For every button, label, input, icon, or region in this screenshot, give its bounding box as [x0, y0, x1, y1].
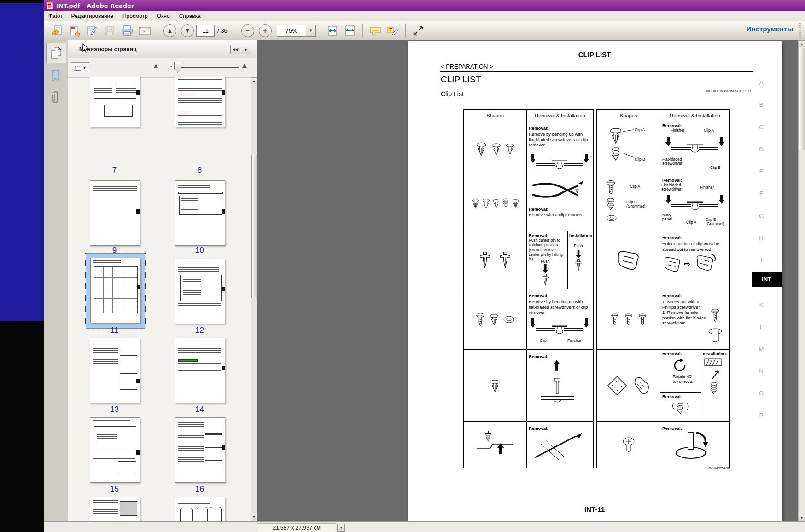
screw-icon: [638, 312, 647, 326]
index-tab-i: I: [757, 257, 766, 264]
leader-lines: [623, 129, 635, 159]
screw-clip-icon: [475, 312, 485, 326]
removal-text: Holder portion of clip must be spread ou…: [662, 241, 727, 252]
clip-a-label: Clip A: [686, 220, 696, 225]
document-scrollbar[interactable]: ▲ ▼: [798, 40, 805, 521]
index-tab-p: P: [757, 412, 766, 419]
print-button[interactable]: [119, 23, 135, 39]
scroll-up-arrow[interactable]: ▲: [799, 40, 805, 47]
thumbnail-page-15[interactable]: [90, 417, 140, 483]
menu-edit[interactable]: Редактирование: [67, 12, 118, 20]
index-tab-o: O: [757, 390, 766, 397]
thumbnail-size-slider-track[interactable]: [177, 67, 239, 68]
sub-divider: [567, 231, 568, 289]
thumbnail-options-button[interactable]: ▼: [71, 62, 89, 73]
thumbnail-page-10[interactable]: [175, 180, 225, 246]
menu-view[interactable]: Просмотр: [118, 12, 152, 20]
sign-button[interactable]: [84, 23, 100, 39]
scroll-up-arrow[interactable]: ▲: [251, 77, 257, 84]
window-titlebar[interactable]: INT.pdf - Adobe Reader: [44, 0, 805, 11]
tools-panel-link[interactable]: Инструменты: [747, 25, 793, 33]
previous-page-button[interactable]: ▲: [162, 23, 178, 39]
thumbnail-page-8[interactable]: [175, 77, 225, 127]
bookmark-icon: [51, 70, 61, 82]
thumbnail-number: 10: [175, 246, 224, 255]
page-thumbnails-tab[interactable]: [46, 43, 66, 63]
thumbnail-page-7[interactable]: [90, 77, 140, 127]
index-tab-n: N: [757, 368, 766, 375]
clip-shape-icon: [489, 312, 499, 326]
cross-section-illustration: [665, 192, 725, 213]
fullscreen-button[interactable]: [410, 23, 426, 39]
menu-file[interactable]: Файл: [44, 12, 67, 20]
comment-button[interactable]: [368, 23, 383, 39]
scroll-down-arrow[interactable]: ▼: [799, 515, 805, 521]
main-toolbar: ▲ ▼ / 36 − + 75% ▼: [44, 21, 805, 40]
slider-min-tick: -: [170, 64, 172, 69]
expand-panel-button[interactable]: ▶: [241, 45, 251, 54]
save-button[interactable]: [102, 23, 117, 39]
flat-bladed-screwdriver-label: Flat-bladed screwdriver: [661, 183, 685, 192]
figure-code: JMUIA3734GB: [665, 467, 730, 470]
thumbnail-page-12[interactable]: [175, 259, 225, 324]
scrollbar-thumb[interactable]: [251, 155, 257, 298]
removal-cell: Removal: Holder portion of clip must be …: [660, 231, 729, 289]
scrollbar-thumb[interactable]: [799, 48, 805, 150]
open-file-button[interactable]: [49, 23, 65, 39]
thumbnail-page-9[interactable]: [90, 180, 140, 246]
toolbar-separator: [362, 24, 363, 38]
clip-b-grommet-icon: [605, 197, 616, 212]
comment-bubble-icon: [369, 25, 382, 36]
bookmarks-tab[interactable]: [46, 66, 65, 86]
document-viewport[interactable]: CLIP LIST < PREPARATION > CLIP LIST Clip…: [257, 40, 805, 521]
menu-help[interactable]: Справка: [175, 12, 205, 20]
clip-shape-icon: [490, 378, 501, 393]
collapse-panel-button[interactable]: ◀◀: [230, 45, 240, 54]
tools-panel-grip[interactable]: [799, 23, 801, 39]
page-number-input[interactable]: [196, 25, 215, 37]
removal-heading: Removal:: [662, 351, 682, 356]
zoom-in-thumbnails-icon[interactable]: ⛰: [242, 62, 247, 70]
screenshot-root: INT.pdf - Adobe Reader Файл Редактирован…: [0, 0, 805, 532]
thumbnail-size-slider-handle[interactable]: [174, 62, 181, 73]
menu-window[interactable]: Окно: [152, 12, 175, 20]
thumbnail-page-11-selected[interactable]: [90, 258, 140, 323]
zoom-level-value[interactable]: 75%: [277, 25, 306, 37]
header-rule: [440, 71, 753, 72]
clip-shape-icon: [475, 141, 487, 156]
zoom-out-button[interactable]: −: [240, 23, 256, 39]
index-tab-b: B: [757, 101, 766, 108]
removal-text: Push center pin to catching position. (D…: [529, 238, 566, 262]
zoom-out-thumbnails-icon[interactable]: ⛰: [154, 63, 158, 69]
next-page-button[interactable]: ▼: [180, 23, 195, 39]
highlight-text-button[interactable]: T: [385, 23, 401, 39]
removal-cell: Removal: Remove by bending up with flat-…: [526, 121, 593, 176]
shapes-cell: [597, 231, 660, 289]
attachments-tab[interactable]: [46, 87, 65, 107]
clip-b-label: Clip B: [635, 157, 645, 162]
thumbnail-page-17[interactable]: [90, 497, 140, 521]
sub-divider: [701, 350, 701, 421]
metal-clip-icon: [607, 375, 628, 396]
zoom-in-button[interactable]: +: [257, 23, 273, 39]
push-label: Push: [541, 260, 549, 264]
thumbnail-page-18[interactable]: [175, 497, 225, 521]
scroll-down-arrow[interactable]: ▼: [251, 514, 257, 520]
thumbnails-scrollbar[interactable]: ▲ ▼: [251, 77, 257, 521]
removal-cell: Removal: Remove with a clip remover.: [526, 176, 593, 231]
zoom-dropdown-button[interactable]: ▼: [306, 25, 316, 37]
clip-insert-illustration: [705, 370, 723, 398]
desktop-wallpaper-blue: [0, 3, 44, 321]
removal-text: Remove by bending up with flat-bladed sc…: [529, 132, 589, 148]
dimensions-detail-button[interactable]: ◂: [337, 524, 345, 532]
email-button[interactable]: [137, 23, 152, 39]
fit-page-button[interactable]: [342, 23, 358, 39]
thumbnail-page-13[interactable]: [90, 338, 140, 403]
clip-a-label: Clip A: [635, 128, 645, 132]
thumbnail-page-14[interactable]: [175, 338, 225, 403]
thumbnail-page-16[interactable]: [175, 417, 225, 483]
thumbnail-number: 9: [90, 246, 139, 255]
column-header: Shapes: [464, 110, 526, 121]
fit-width-button[interactable]: [325, 23, 340, 39]
create-pdf-button[interactable]: [67, 23, 82, 39]
